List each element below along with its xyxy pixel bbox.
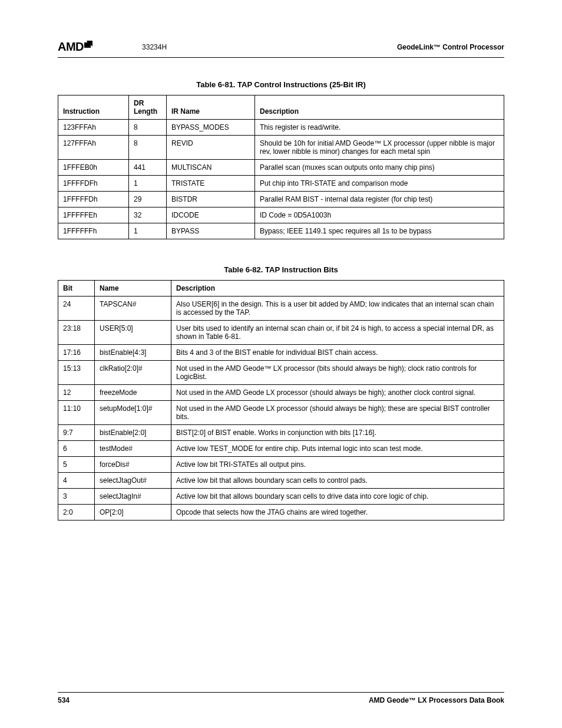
cell: 127FFFAh: [58, 136, 129, 160]
page-header: AMD 33234H GeodeLink™ Control Processor: [58, 40, 504, 58]
cell: Bits 4 and 3 of the BIST enable for indi…: [171, 345, 504, 361]
table-6-82: Bit Name Description 24TAPSCAN#Also USER…: [58, 280, 504, 521]
cell: 1FFFFFDh: [58, 192, 129, 207]
cell: 2:0: [58, 505, 95, 521]
table-row: 1FFFFFDh29BISTDRParallel RAM BIST - inte…: [58, 192, 504, 207]
t1-header-irname: IR Name: [167, 95, 255, 120]
table-6-82-title: Table 6-82. TAP Instruction Bits: [58, 265, 504, 274]
cell: MULTISCAN: [167, 160, 255, 176]
t2-header-description: Description: [171, 281, 504, 297]
cell: User bits used to identify an internal s…: [171, 321, 504, 345]
page-number: 534: [58, 696, 70, 704]
cell: BYPASS_MODES: [167, 120, 255, 136]
amd-logo: AMD: [58, 40, 95, 54]
cell: 1FFFFFFh: [58, 223, 129, 239]
table-row: 5forceDis#Active low bit TRI-STATEs all …: [58, 457, 504, 473]
cell: Not used in the AMD Geode LX processor (…: [171, 401, 504, 425]
cell: Should be 10h for initial AMD Geode™ LX …: [255, 136, 504, 160]
cell: TRISTATE: [167, 176, 255, 192]
cell: 1FFFFFEh: [58, 207, 129, 223]
table-row: 4selectJtagOut#Active low bit that allow…: [58, 473, 504, 489]
cell: Also USER[6] in the design. This is a us…: [171, 297, 504, 321]
cell: ID Code = 0D5A1003h: [255, 207, 504, 223]
cell: Active low bit that allows boundary scan…: [171, 473, 504, 489]
cell: 1: [129, 223, 167, 239]
cell: 9:7: [58, 425, 95, 441]
cell: IDCODE: [167, 207, 255, 223]
table-row: 1FFFFFEh32IDCODEID Code = 0D5A1003h: [58, 207, 504, 223]
cell: Active low bit TRI-STATEs all output pin…: [171, 457, 504, 473]
cell: 441: [129, 160, 167, 176]
table-row: 15:13clkRatio[2:0]#Not used in the AMD G…: [58, 361, 504, 385]
table-6-81: Instruction DR Length IR Name Descriptio…: [58, 95, 504, 239]
table-row: 11:10setupMode[1:0]#Not used in the AMD …: [58, 401, 504, 425]
cell: 8: [129, 120, 167, 136]
table-row: 9:7bistEnable[2:0]BIST[2:0] of BIST enab…: [58, 425, 504, 441]
table-row: 1FFFFDFh1TRISTATEPut chip into TRI-STATE…: [58, 176, 504, 192]
cell: clkRatio[2:0]#: [95, 361, 171, 385]
cell: 29: [129, 192, 167, 207]
cell: BISTDR: [167, 192, 255, 207]
cell: freezeMode: [95, 385, 171, 401]
cell: TAPSCAN#: [95, 297, 171, 321]
table-row: 24TAPSCAN#Also USER[6] in the design. Th…: [58, 297, 504, 321]
cell: Not used in the AMD Geode™ LX processor …: [171, 361, 504, 385]
table-row: 1FFFFFFh1BYPASSBypass; IEEE 1149.1 spec …: [58, 223, 504, 239]
cell: Parallel scan (muxes scan outputs onto m…: [255, 160, 504, 176]
page-footer: 534 AMD Geode™ LX Processors Data Book: [58, 692, 504, 704]
cell: 32: [129, 207, 167, 223]
cell: 123FFFAh: [58, 120, 129, 136]
cell: BIST[2:0] of BIST enable. Works in conju…: [171, 425, 504, 441]
cell: 17:16: [58, 345, 95, 361]
cell: Active low TEST_MODE for entire chip. Pu…: [171, 441, 504, 457]
cell: 6: [58, 441, 95, 457]
cell: Active low bit that allows boundary scan…: [171, 489, 504, 505]
table-row: 123FFFAh8BYPASS_MODESThis register is re…: [58, 120, 504, 136]
cell: Not used in the AMD Geode LX processor (…: [171, 385, 504, 401]
cell: Opcode that selects how the JTAG chains …: [171, 505, 504, 521]
cell: forceDis#: [95, 457, 171, 473]
t2-header-bit: Bit: [58, 281, 95, 297]
cell: 24: [58, 297, 95, 321]
t1-header-instruction: Instruction: [58, 95, 129, 120]
cell: setupMode[1:0]#: [95, 401, 171, 425]
cell: Bypass; IEEE 1149.1 spec requires all 1s…: [255, 223, 504, 239]
cell: 5: [58, 457, 95, 473]
table-row: 12freezeModeNot used in the AMD Geode LX…: [58, 385, 504, 401]
cell: 11:10: [58, 401, 95, 425]
cell: 8: [129, 136, 167, 160]
section-title: GeodeLink™ Control Processor: [397, 43, 504, 51]
table-row: 127FFFAh8REVIDShould be 10h for initial …: [58, 136, 504, 160]
cell: 4: [58, 473, 95, 489]
cell: 23:18: [58, 321, 95, 345]
cell: Parallel RAM BIST - internal data regist…: [255, 192, 504, 207]
table-row: 1FFFEB0h441MULTISCANParallel scan (muxes…: [58, 160, 504, 176]
table-row: 23:18USER[5:0]User bits used to identify…: [58, 321, 504, 345]
doc-number: 33234H: [142, 43, 167, 51]
table-6-81-title: Table 6-81. TAP Control Instructions (25…: [58, 80, 504, 89]
cell: Put chip into TRI-STATE and comparison m…: [255, 176, 504, 192]
cell: REVID: [167, 136, 255, 160]
cell: USER[5:0]: [95, 321, 171, 345]
table-row: 17:16bistEnable[4:3]Bits 4 and 3 of the …: [58, 345, 504, 361]
cell: 1FFFFDFh: [58, 176, 129, 192]
t1-header-drlength: DR Length: [129, 95, 167, 120]
cell: testMode#: [95, 441, 171, 457]
cell: bistEnable[2:0]: [95, 425, 171, 441]
cell: OP[2:0]: [95, 505, 171, 521]
cell: This register is read/write.: [255, 120, 504, 136]
amd-arrow-icon: [84, 41, 95, 53]
logo-text: AMD: [58, 40, 84, 54]
t1-header-description: Description: [255, 95, 504, 120]
cell: 1FFFEB0h: [58, 160, 129, 176]
table-row: 2:0OP[2:0]Opcode that selects how the JT…: [58, 505, 504, 521]
cell: selectJtagIn#: [95, 489, 171, 505]
table-row: 3selectJtagIn#Active low bit that allows…: [58, 489, 504, 505]
table-row: 6testMode#Active low TEST_MODE for entir…: [58, 441, 504, 457]
cell: bistEnable[4:3]: [95, 345, 171, 361]
cell: 1: [129, 176, 167, 192]
cell: 15:13: [58, 361, 95, 385]
cell: 3: [58, 489, 95, 505]
cell: BYPASS: [167, 223, 255, 239]
book-title: AMD Geode™ LX Processors Data Book: [369, 696, 504, 704]
